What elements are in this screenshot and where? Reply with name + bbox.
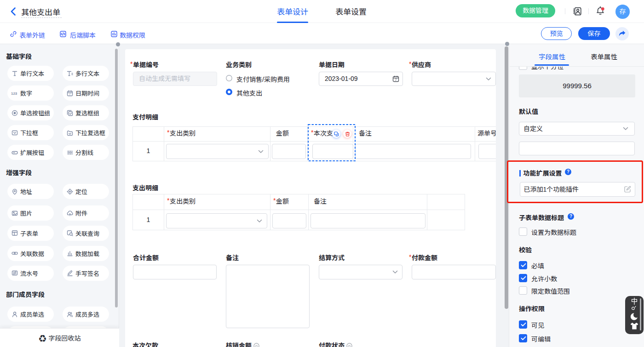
svg-text:7: 7 bbox=[395, 78, 397, 81]
svg-text:7: 7 bbox=[69, 92, 71, 96]
svg-text:123: 123 bbox=[11, 91, 17, 96]
